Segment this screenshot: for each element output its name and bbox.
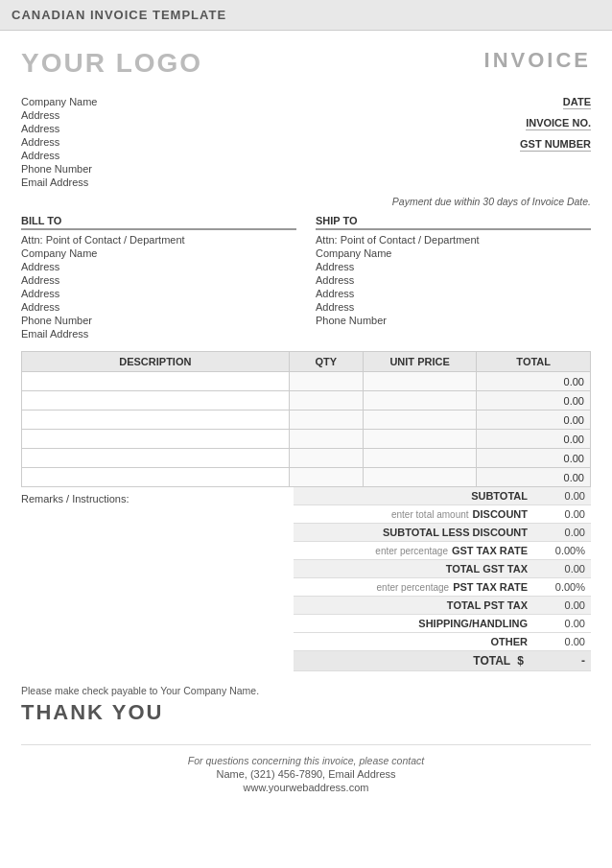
item-total: 0.00 <box>477 372 591 391</box>
company-address2: Address <box>21 123 520 134</box>
item-unit-price[interactable] <box>363 372 477 391</box>
gst-rate-row: enter percentageGST TAX RATE 0.00% <box>294 542 591 560</box>
remarks-area: Remarks / Instructions: <box>21 487 294 671</box>
item-unit-price[interactable] <box>363 468 477 487</box>
thank-you: THANK YOU <box>21 700 259 725</box>
ship-attn: Attn: Point of Contact / Department <box>316 234 591 246</box>
footer-url: www.yourwebaddress.com <box>21 782 591 793</box>
item-description[interactable] <box>22 391 290 411</box>
shipping-value: 0.00 <box>528 618 585 629</box>
discount-label: enter total amountDISCOUNT <box>299 508 528 520</box>
bill-address1: Address <box>21 261 296 272</box>
subtotal-row: SUBTOTAL 0.00 <box>294 487 591 505</box>
company-name: Company Name <box>21 96 520 107</box>
payment-note: Payment due within 30 days of Invoice Da… <box>21 196 591 207</box>
item-description[interactable] <box>22 430 290 449</box>
pst-rate-label: enter percentagePST TAX RATE <box>299 581 528 593</box>
invoice-label: INVOICE <box>484 48 591 73</box>
bill-email: Email Address <box>21 328 296 340</box>
content-area: YOUR LOGO INVOICE Company Name Address A… <box>0 31 612 810</box>
table-row: 0.00 <box>22 372 591 391</box>
subtotal-label: SUBTOTAL <box>299 490 528 502</box>
table-row: 0.00 <box>22 449 591 468</box>
item-description[interactable] <box>22 449 290 468</box>
item-total: 0.00 <box>477 449 591 468</box>
company-phone: Phone Number <box>21 163 520 175</box>
item-qty[interactable] <box>289 391 363 411</box>
page: CANADIAN INVOICE TEMPLATE YOUR LOGO INVO… <box>0 0 612 868</box>
bill-address3: Address <box>21 288 296 299</box>
item-unit-price[interactable] <box>363 449 477 468</box>
footer-left: Please make check payable to Your Compan… <box>21 685 259 725</box>
item-total: 0.00 <box>477 468 591 487</box>
gst-rate-value: 0.00% <box>528 545 585 556</box>
item-description[interactable] <box>22 411 290 430</box>
logo: YOUR LOGO <box>21 48 202 79</box>
bill-address4: Address <box>21 301 296 313</box>
other-row: OTHER 0.00 <box>294 633 591 651</box>
discount-value: 0.00 <box>528 508 585 520</box>
ship-to-content: Attn: Point of Contact / Department Comp… <box>316 234 591 326</box>
bill-address2: Address <box>21 274 296 286</box>
shipping-label: SHIPPING/HANDLING <box>299 618 528 629</box>
item-qty[interactable] <box>289 449 363 468</box>
header-row: YOUR LOGO INVOICE <box>21 48 591 79</box>
pst-rate-row: enter percentagePST TAX RATE 0.00% <box>294 578 591 597</box>
item-unit-price[interactable] <box>363 411 477 430</box>
col-description: DESCRIPTION <box>22 352 290 372</box>
grand-total-row: TOTAL $ - <box>294 651 591 671</box>
total-gst-row: TOTAL GST TAX 0.00 <box>294 560 591 578</box>
col-qty: QTY <box>289 352 363 372</box>
ship-company: Company Name <box>316 247 591 259</box>
item-description[interactable] <box>22 372 290 391</box>
table-row: 0.00 <box>22 391 591 411</box>
bill-company: Company Name <box>21 247 296 259</box>
item-qty[interactable] <box>289 411 363 430</box>
total-pst-row: TOTAL PST TAX 0.00 <box>294 597 591 615</box>
bill-attn: Attn: Point of Contact / Department <box>21 234 296 246</box>
item-qty[interactable] <box>289 430 363 449</box>
footer-contact-note: For questions concerning this invoice, p… <box>21 755 591 766</box>
item-unit-price[interactable] <box>363 430 477 449</box>
ship-phone: Phone Number <box>316 315 591 326</box>
date-label: DATE <box>563 96 591 109</box>
item-qty[interactable] <box>289 468 363 487</box>
table-row: 0.00 <box>22 468 591 487</box>
item-total: 0.00 <box>477 411 591 430</box>
item-total: 0.00 <box>477 430 591 449</box>
top-bar: CANADIAN INVOICE TEMPLATE <box>0 0 612 31</box>
discount-row: enter total amountDISCOUNT 0.00 <box>294 505 591 524</box>
company-section: Company Name Address Address Address Add… <box>21 96 591 190</box>
bottom-section: Please make check payable to Your Compan… <box>21 675 591 725</box>
company-address4: Address <box>21 150 520 161</box>
item-total: 0.00 <box>477 391 591 411</box>
subtotal-less-label: SUBTOTAL LESS DISCOUNT <box>299 527 528 538</box>
company-address1: Address <box>21 109 520 121</box>
remarks-label: Remarks / Instructions: <box>21 493 129 504</box>
invoice-no-label: INVOICE NO. <box>526 117 591 130</box>
pst-rate-value: 0.00% <box>528 581 585 593</box>
totals-area: Remarks / Instructions: SUBTOTAL 0.00 en… <box>21 487 591 671</box>
gst-meta: GST NUMBER <box>520 138 591 152</box>
ship-address3: Address <box>316 288 591 299</box>
bill-to-section: BILL TO Attn: Point of Contact / Departm… <box>21 215 296 341</box>
item-description[interactable] <box>22 468 290 487</box>
subtotal-less-value: 0.00 <box>528 527 585 538</box>
total-value: - <box>528 654 585 668</box>
footer-bottom: For questions concerning this invoice, p… <box>21 744 591 793</box>
ship-to-section: SHIP TO Attn: Point of Contact / Departm… <box>316 215 591 341</box>
subtotal-value: 0.00 <box>528 490 585 502</box>
invoice-no-meta: INVOICE NO. <box>520 117 591 130</box>
page-title: CANADIAN INVOICE TEMPLATE <box>12 8 226 22</box>
ship-to-header: SHIP TO <box>316 215 591 230</box>
col-total: TOTAL <box>477 352 591 372</box>
gst-label: GST NUMBER <box>520 138 591 152</box>
item-qty[interactable] <box>289 372 363 391</box>
ship-address1: Address <box>316 261 591 272</box>
other-value: 0.00 <box>528 636 585 647</box>
footer-contact-info: Name, (321) 456-7890, Email Address <box>21 768 591 780</box>
item-unit-price[interactable] <box>363 391 477 411</box>
total-gst-value: 0.00 <box>528 563 585 575</box>
total-pst-value: 0.00 <box>528 599 585 611</box>
table-row: 0.00 <box>22 411 591 430</box>
